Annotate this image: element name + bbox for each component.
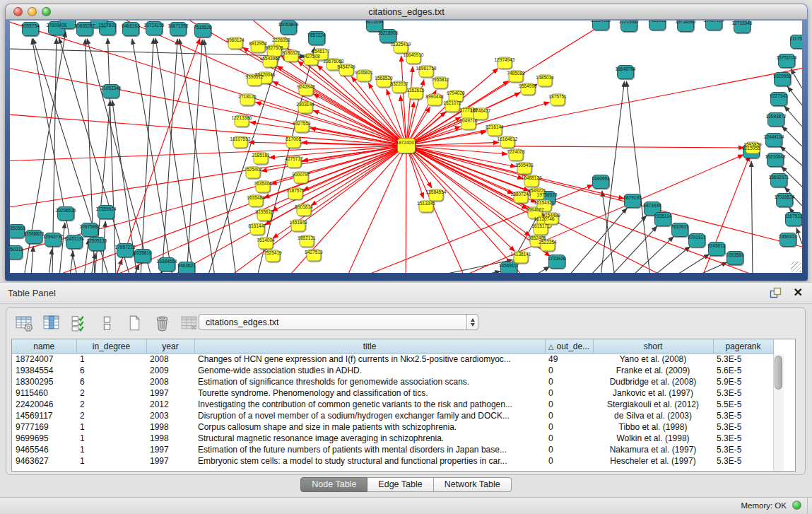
cell-pair-icon[interactable] (98, 314, 117, 333)
table-cell[interactable]: 5.6E-5 (713, 365, 773, 376)
table-cell[interactable]: 1 (76, 421, 146, 433)
table-cell[interactable]: 0 (545, 376, 593, 387)
table-cell[interactable]: 0 (545, 365, 593, 376)
table-cell[interactable]: 9699695 (12, 433, 76, 444)
table-cell[interactable]: Hescheler et al. (1997) (593, 455, 713, 467)
table-mode-icon[interactable] (15, 314, 34, 333)
table-cell[interactable]: Jankovic et al. (1997) (593, 387, 713, 399)
close-panel-icon[interactable]: ✕ (794, 286, 803, 299)
column-header-year[interactable]: year (146, 339, 194, 354)
delete-column-trash-icon[interactable] (153, 314, 172, 333)
table-cell[interactable]: 6 (76, 376, 146, 387)
tab-node-table[interactable]: Node Table (300, 477, 367, 492)
table-row[interactable]: 977716911998Corpus callosum shape and si… (12, 421, 773, 433)
network-window-titlebar[interactable]: citations_edges.txt (6, 4, 807, 20)
table-cell[interactable]: 5.3E-5 (713, 410, 773, 421)
column-header-title[interactable]: title (194, 339, 545, 354)
selector-stepper-icon[interactable] (466, 315, 478, 329)
table-cell[interactable]: Corpus callosum shape and size in male p… (194, 421, 545, 433)
table-cell[interactable]: 18724007 (12, 354, 76, 365)
table-cell[interactable]: 2008 (146, 376, 194, 387)
table-cell[interactable]: 0 (545, 421, 593, 433)
table-cell[interactable]: 1 (76, 455, 146, 467)
network-view-window[interactable]: citations_edges.txt 90557342769140610655… (5, 4, 808, 281)
table-cell[interactable]: Yano et al. (2008) (593, 354, 713, 365)
table-cell[interactable]: 22420046 (12, 399, 76, 410)
table-cell[interactable]: Estimation of the future numbers of pati… (194, 444, 545, 455)
table-cell[interactable]: 14569117 (12, 410, 76, 421)
table-scrollbar[interactable] (773, 354, 784, 471)
new-column-document-icon[interactable] (125, 314, 144, 333)
table-cell[interactable]: 0 (545, 444, 593, 455)
table-cell[interactable]: Wolkin et al. (1998) (593, 433, 713, 444)
table-row[interactable]: 1872400712008Changes of HCN gene express… (12, 354, 773, 365)
table-cell[interactable]: 0 (545, 455, 593, 467)
resize-grip-icon[interactable] (791, 262, 801, 272)
table-cell[interactable]: 9777169 (12, 421, 76, 433)
table-row[interactable]: 1830029562008Estimation of significance … (12, 376, 773, 387)
table-cell[interactable]: 1997 (146, 455, 194, 467)
table-cell[interactable]: 1997 (146, 444, 194, 455)
column-header-out_de[interactable]: △out_de... (545, 339, 593, 354)
column-header-short[interactable]: short (593, 339, 713, 354)
table-row[interactable]: 946554611997Estimation of the future num… (12, 444, 773, 455)
table-cell[interactable]: 5.3E-5 (713, 421, 773, 433)
table-cell[interactable]: 9465546 (12, 444, 76, 455)
table-cell[interactable]: 1 (76, 354, 146, 365)
table-cell[interactable]: Stergiakouli et al. (2012) (593, 399, 713, 410)
table-cell[interactable]: Dudbridge et al. (2008) (593, 376, 713, 387)
table-row[interactable]: 2242004622012Investigating the contribut… (12, 399, 773, 410)
table-cell[interactable]: 1997 (146, 387, 194, 399)
table-row[interactable]: 911546021997Tourette syndrome. Phenomeno… (12, 387, 773, 399)
table-cell[interactable]: 18300295 (12, 376, 76, 387)
table-cell[interactable]: 1 (76, 433, 146, 444)
table-cell[interactable]: 49 (545, 354, 593, 365)
table-cell[interactable]: Disruption of a novel member of a sodium… (194, 410, 545, 421)
table-cell[interactable]: 19384554 (12, 365, 76, 376)
scrollbar-thumb[interactable] (775, 356, 782, 390)
table-cell[interactable]: 5.3E-5 (713, 387, 773, 399)
table-cell[interactable]: Embryonic stem cells: a model to study s… (194, 455, 545, 467)
table-cell[interactable]: de Silva et al. (2003) (593, 410, 713, 421)
network-table-selector[interactable]: citations_edges.txt (199, 314, 478, 330)
table-cell[interactable]: 2008 (146, 354, 194, 365)
table-cell[interactable]: 9463627 (12, 455, 76, 467)
table-cell[interactable]: 2012 (146, 399, 194, 410)
table-cell[interactable]: Genome-wide association studies in ADHD. (194, 365, 545, 376)
table-cell[interactable]: 0 (545, 387, 593, 399)
column-header-pagerank[interactable]: pagerank (713, 339, 773, 354)
table-cell[interactable]: 5.3E-5 (713, 354, 773, 365)
table-cell[interactable]: Nakamura et al. (1997) (593, 444, 713, 455)
table-cell[interactable]: 2 (76, 410, 146, 421)
column-header-name[interactable]: name (12, 339, 76, 354)
tab-network-table[interactable]: Network Table (434, 477, 512, 492)
table-cell[interactable]: 1 (76, 444, 146, 455)
table-cell[interactable]: 1998 (146, 421, 194, 433)
table-cell[interactable]: 0 (545, 410, 593, 421)
table-row[interactable]: 946362711997Embryonic stem cells: a mode… (12, 455, 773, 467)
table-cell[interactable]: Tibbo et al. (1998) (593, 421, 713, 433)
show-columns-icon[interactable] (42, 314, 61, 333)
network-canvas[interactable]: 9055734276914061065528715276026466163107… (10, 21, 802, 273)
table-cell[interactable]: 2009 (146, 365, 194, 376)
table-cell[interactable]: Tourette syndrome. Phenomenology and cla… (194, 387, 545, 399)
table-cell[interactable]: 6 (76, 365, 146, 376)
table-cell[interactable]: 2 (76, 399, 146, 410)
table-cell[interactable]: 5.5E-5 (713, 399, 773, 410)
table-cell[interactable]: 5.9E-5 (713, 376, 773, 387)
table-cell[interactable]: 5.3E-5 (713, 433, 773, 444)
table-cell[interactable]: Investigating the contribution of common… (194, 399, 545, 410)
table-cell[interactable]: Estimation of significance thresholds fo… (194, 376, 545, 387)
table-cell[interactable]: 1998 (146, 433, 194, 444)
table-cell[interactable]: Structural magnetic resonance image aver… (194, 433, 545, 444)
table-cell[interactable]: Franke et al. (2009) (593, 365, 713, 376)
memory-status-icon[interactable] (792, 501, 801, 510)
tab-edge-table[interactable]: Edge Table (367, 477, 433, 492)
select-columns-check-icon[interactable] (70, 314, 89, 333)
table-cell[interactable]: Changes of HCN gene expression and I(f) … (194, 354, 545, 365)
float-window-icon[interactable] (770, 287, 782, 299)
table-cell[interactable]: 0 (545, 433, 593, 444)
table-row[interactable]: 969969511998Structural magnetic resonanc… (12, 433, 773, 444)
table-cell[interactable]: 5.3E-5 (713, 455, 773, 467)
table-row[interactable]: 1938455462009Genome-wide association stu… (12, 365, 773, 376)
